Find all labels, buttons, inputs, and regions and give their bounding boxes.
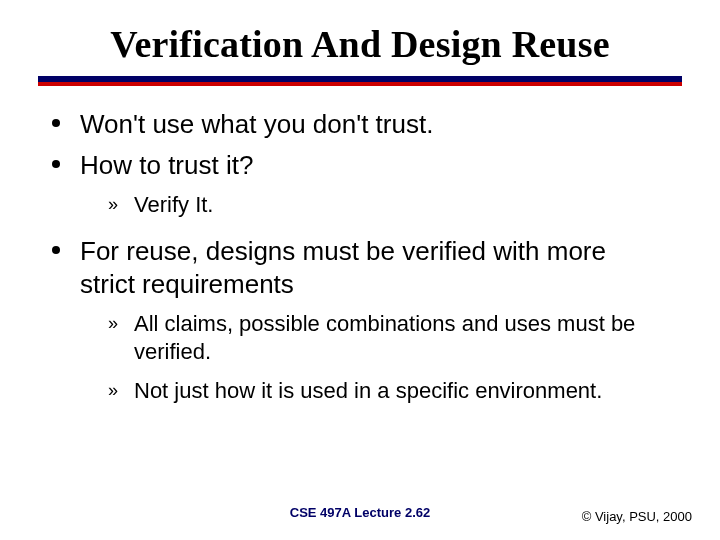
slide-body: Won't use what you don't trust. How to t… [38, 86, 682, 405]
bullet-dot-icon [52, 108, 80, 127]
slide-title: Verification And Design Reuse [38, 22, 682, 66]
raquo-icon: » [108, 377, 134, 402]
footer-right: © Vijay, PSU, 2000 [582, 509, 692, 524]
bullet-level2: » All claims, possible combinations and … [108, 310, 668, 367]
bullet-text: Verify It. [134, 191, 213, 220]
slide: Verification And Design Reuse Won't use … [0, 0, 720, 540]
bullet-level1: For reuse, designs must be verified with… [52, 235, 668, 302]
bullet-text: How to trust it? [80, 149, 668, 182]
bullet-text: Not just how it is used in a specific en… [134, 377, 602, 406]
bullet-level1: Won't use what you don't trust. [52, 108, 668, 141]
bullet-level1: How to trust it? [52, 149, 668, 182]
bullet-text: For reuse, designs must be verified with… [80, 235, 668, 302]
bullet-text: Won't use what you don't trust. [80, 108, 668, 141]
raquo-icon: » [108, 191, 134, 216]
bullet-text: All claims, possible combinations and us… [134, 310, 668, 367]
bullet-dot-icon [52, 235, 80, 254]
bullet-level2: » Not just how it is used in a specific … [108, 377, 668, 406]
divider [38, 76, 682, 86]
bullet-dot-icon [52, 149, 80, 168]
raquo-icon: » [108, 310, 134, 335]
bullet-level2: » Verify It. [108, 191, 668, 220]
